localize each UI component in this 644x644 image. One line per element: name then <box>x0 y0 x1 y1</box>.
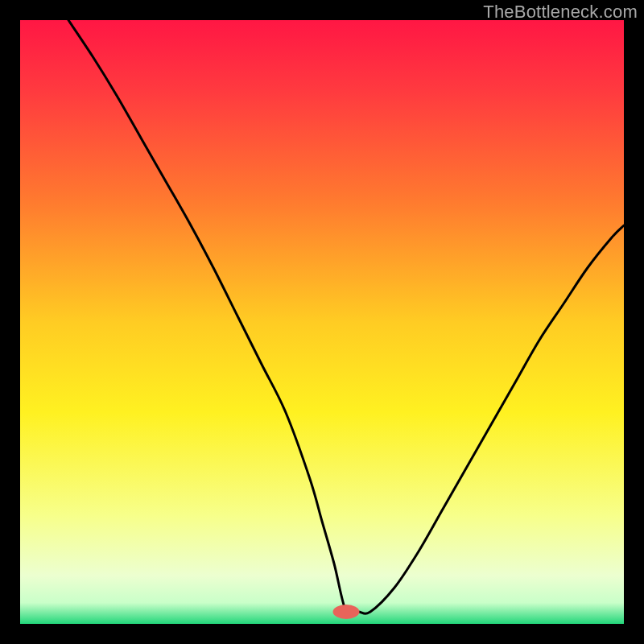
optimum-marker <box>333 605 360 619</box>
chart-frame: TheBottleneck.com <box>0 0 644 644</box>
bottleneck-chart <box>20 20 624 624</box>
plot-area <box>20 20 624 624</box>
gradient-background <box>20 20 624 624</box>
